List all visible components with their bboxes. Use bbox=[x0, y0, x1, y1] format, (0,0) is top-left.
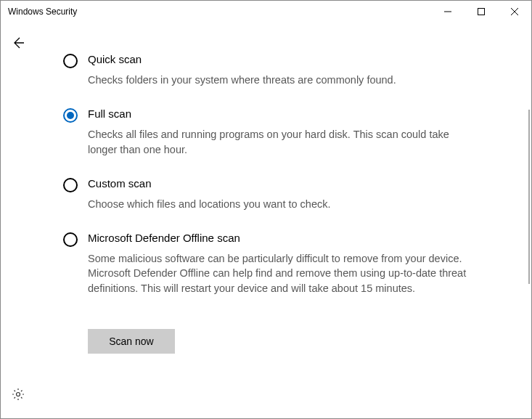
option-desc: Checks folders in your system where thre… bbox=[88, 73, 480, 87]
content-area: Quick scan Checks folders in your system… bbox=[36, 23, 531, 418]
radio-full-scan[interactable] bbox=[63, 108, 78, 123]
option-desc: Checks all files and running programs on… bbox=[88, 127, 480, 157]
firewall-icon[interactable] bbox=[0, 185, 1, 216]
option-title: Custom scan bbox=[88, 177, 502, 190]
option-title: Microsoft Defender Offline scan bbox=[88, 232, 502, 244]
home-icon[interactable] bbox=[0, 94, 1, 124]
option-custom-scan[interactable]: Custom scan Choose which files and locat… bbox=[63, 177, 502, 211]
close-button[interactable] bbox=[498, 1, 531, 23]
scrollbar[interactable] bbox=[528, 110, 530, 284]
svg-rect-1 bbox=[478, 9, 485, 15]
back-button[interactable] bbox=[11, 36, 25, 54]
radio-custom-scan[interactable] bbox=[63, 178, 78, 192]
option-title: Quick scan bbox=[88, 53, 502, 65]
radio-offline-scan[interactable] bbox=[63, 232, 78, 247]
option-title: Full scan bbox=[88, 107, 502, 120]
window-title: Windows Security bbox=[8, 7, 77, 17]
svg-point-14 bbox=[17, 393, 20, 396]
account-icon[interactable] bbox=[0, 155, 1, 185]
shield-icon[interactable] bbox=[0, 124, 1, 155]
device-health-icon[interactable] bbox=[0, 277, 1, 307]
menu-icon[interactable] bbox=[0, 63, 1, 94]
option-desc: Choose which files and locations you wan… bbox=[88, 197, 480, 211]
window-controls bbox=[431, 1, 531, 23]
app-browser-icon[interactable] bbox=[0, 216, 1, 246]
settings-icon[interactable] bbox=[1, 379, 36, 410]
option-offline-scan[interactable]: Microsoft Defender Offline scan Some mal… bbox=[63, 232, 502, 296]
maximize-button[interactable] bbox=[465, 1, 498, 23]
radio-quick-scan[interactable] bbox=[63, 54, 78, 68]
scan-now-button[interactable]: Scan now bbox=[88, 329, 175, 354]
option-quick-scan[interactable]: Quick scan Checks folders in your system… bbox=[63, 53, 502, 87]
option-full-scan[interactable]: Full scan Checks all files and running p… bbox=[63, 107, 502, 157]
title-bar: Windows Security bbox=[1, 1, 531, 23]
device-security-icon[interactable] bbox=[0, 246, 1, 277]
minimize-button[interactable] bbox=[431, 1, 465, 23]
family-icon[interactable] bbox=[0, 307, 1, 338]
option-desc: Some malicious software can be particula… bbox=[88, 251, 480, 296]
